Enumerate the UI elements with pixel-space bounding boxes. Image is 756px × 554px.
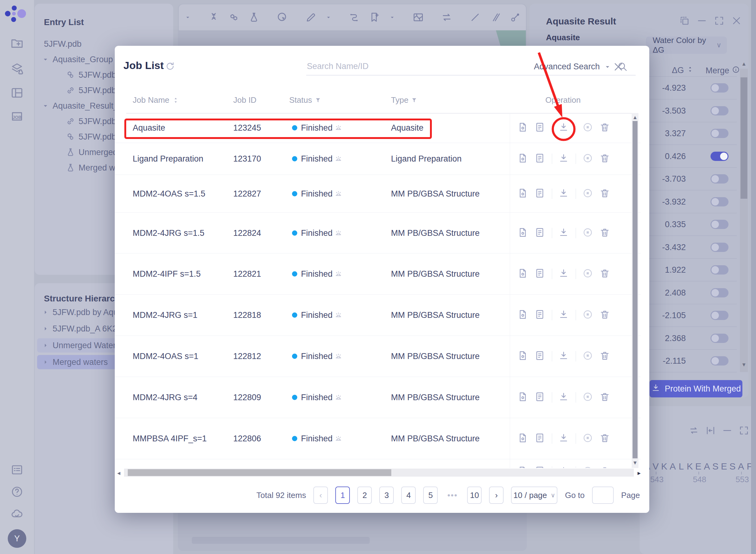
toolbar-swap-icon[interactable] [441, 11, 452, 23]
op-download-icon[interactable] [558, 122, 569, 134]
water-color-dropdown[interactable]: Water Color by ΔG ∨ [646, 37, 727, 54]
op-delete-icon[interactable] [600, 350, 610, 362]
sequence-letter[interactable]: E [721, 461, 727, 472]
bell-icon[interactable] [334, 310, 343, 320]
sort-icon[interactable] [172, 97, 179, 104]
op-download-icon[interactable] [558, 391, 569, 403]
sequence-letter[interactable]: K [687, 461, 693, 472]
page-size-select[interactable]: 10 / page∨ [511, 487, 557, 504]
toolbar-pencil-icon[interactable] [305, 11, 317, 23]
op-delete-icon[interactable] [600, 466, 610, 468]
expand-icon[interactable] [714, 15, 724, 26]
merge-toggle[interactable] [710, 106, 729, 115]
merge-toggle[interactable] [710, 265, 729, 275]
op-delete-icon[interactable] [600, 188, 610, 200]
op-stop-icon[interactable] [582, 466, 593, 468]
sidebar-item-cloud-check-icon[interactable] [10, 508, 23, 522]
op-download-icon[interactable] [558, 188, 569, 200]
op-download-icon[interactable] [558, 433, 569, 444]
scroll-up-icon[interactable]: ▲ [633, 115, 638, 120]
op-stop-icon[interactable] [582, 188, 593, 200]
sequence-letter[interactable]: V [653, 461, 659, 472]
filter-icon[interactable] [315, 97, 321, 104]
op-view-file-icon[interactable] [517, 433, 528, 444]
filter-icon[interactable] [411, 97, 418, 104]
job-row-partial[interactable] [115, 459, 641, 468]
job-row[interactable]: MMPBSA 4IPF_s=1 122806 Finished MM PB/GB… [115, 418, 641, 459]
sidebar-item-help-icon[interactable] [10, 485, 23, 500]
caret-down-icon[interactable] [42, 55, 50, 63]
scroll-down-icon[interactable]: ▼ [742, 362, 747, 367]
op-stop-icon[interactable] [582, 433, 593, 444]
op-view-file-icon[interactable] [517, 268, 528, 280]
op-log-icon[interactable] [534, 466, 545, 468]
dg-column-header[interactable]: ΔG [672, 66, 694, 75]
toolbar-caret-down-icon[interactable] [325, 14, 332, 21]
toolbar-map-icon[interactable] [412, 11, 424, 23]
sidebar-item-layers-flask-icon[interactable] [10, 62, 24, 77]
bell-icon[interactable] [334, 351, 343, 362]
job-row[interactable]: Aquasite 123245 Finished Aquasite [115, 113, 641, 143]
toolbar-caret-down-icon[interactable] [389, 14, 396, 21]
op-download-icon[interactable] [558, 153, 569, 165]
op-download-icon[interactable] [558, 350, 569, 362]
caret-right-icon[interactable] [42, 308, 50, 316]
toolbar-flask2-icon[interactable] [248, 11, 260, 23]
scroll-up-icon[interactable]: ▲ [742, 61, 747, 66]
op-view-file-icon[interactable] [517, 309, 528, 321]
op-delete-icon[interactable] [600, 309, 610, 321]
toolbar-line-icon[interactable] [469, 11, 481, 23]
column-status[interactable]: Status [289, 95, 321, 105]
toolbar-bookmark-add-icon[interactable] [369, 11, 380, 23]
sequence-letter[interactable]: K [661, 461, 667, 472]
scroll-down-icon[interactable]: ▼ [633, 460, 638, 465]
pagination-ellipsis[interactable]: ••• [445, 487, 460, 504]
bell-icon[interactable] [334, 122, 343, 133]
bell-icon[interactable] [334, 188, 343, 199]
sequence-letter[interactable]: S [712, 461, 718, 472]
bell-icon[interactable] [334, 269, 343, 279]
page-button-1[interactable]: 1 [335, 487, 350, 504]
page-button-5[interactable]: 5 [423, 487, 438, 504]
close-icon[interactable] [613, 61, 624, 74]
merge-toggle[interactable] [710, 197, 729, 207]
op-view-file-icon[interactable] [517, 122, 528, 134]
toolbar-caret-down-icon[interactable] [184, 14, 191, 21]
op-log-icon[interactable] [534, 227, 545, 239]
op-log-icon[interactable] [534, 188, 545, 200]
toolbar-helix-icon[interactable] [208, 11, 219, 23]
toolbar-molecule2-icon[interactable] [228, 11, 240, 23]
toolbar-pencil2-icon[interactable] [489, 11, 501, 23]
job-row[interactable]: MDM2-4IPF s=1.5 122821 Finished MM PB/GB… [115, 254, 641, 295]
op-log-icon[interactable] [534, 391, 545, 403]
page-button-3[interactable]: 3 [379, 487, 394, 504]
sidebar-item-list-icon[interactable] [10, 463, 23, 478]
toolbar-connector-icon[interactable] [349, 11, 360, 23]
op-log-icon[interactable] [534, 433, 545, 444]
op-stop-icon[interactable] [582, 122, 593, 134]
merge-toggle[interactable] [710, 152, 729, 161]
merge-toggle[interactable] [710, 129, 729, 138]
merge-toggle[interactable] [710, 174, 729, 183]
protein-with-merged-button[interactable]: Protein With Merged [649, 380, 742, 397]
merge-toggle[interactable] [710, 311, 729, 320]
sequence-letter[interactable]: L [679, 461, 684, 472]
toolbar-select-circle-icon[interactable] [276, 11, 288, 23]
modal-vertical-scrollbar[interactable]: ▲ ▼ [632, 113, 638, 468]
sequence-letter[interactable]: A [670, 461, 676, 472]
close-icon[interactable] [731, 15, 742, 26]
viewport-scrollbar[interactable] [192, 537, 370, 544]
page-button-4[interactable]: 4 [401, 487, 416, 504]
page-button-10[interactable]: 10 [467, 487, 482, 504]
merge-toggle[interactable] [710, 220, 729, 229]
minimize-icon[interactable] [722, 425, 733, 436]
column-type[interactable]: Type [391, 95, 418, 105]
op-log-icon[interactable] [534, 122, 545, 134]
op-download-icon[interactable] [558, 466, 569, 468]
bell-icon[interactable] [334, 433, 343, 444]
merge-toggle[interactable] [710, 356, 729, 366]
scroll-left-icon[interactable]: ◂ [117, 469, 120, 477]
caret-right-icon[interactable] [42, 358, 50, 366]
merge-toggle[interactable] [710, 83, 729, 93]
merge-toggle[interactable] [710, 243, 729, 252]
